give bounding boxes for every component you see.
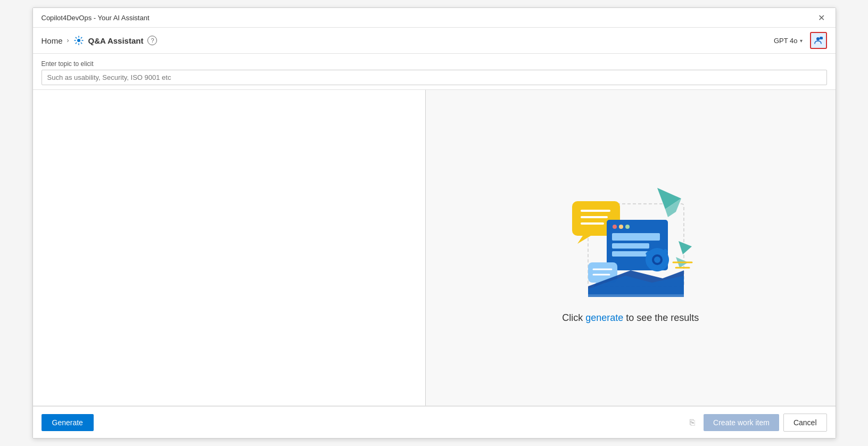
left-panel	[33, 90, 426, 406]
svg-rect-16	[612, 243, 649, 249]
topic-input[interactable]	[42, 70, 827, 85]
nav-bar: Home › Q&A Assistant ? GPT 4o ▾	[33, 28, 836, 54]
svg-point-12	[613, 225, 617, 229]
qa-assistant-icon	[73, 35, 84, 46]
generate-button[interactable]: Generate	[42, 414, 94, 431]
window-title: Copilot4DevOps - Your AI Assistant	[42, 14, 150, 22]
gpt-model-label: GPT 4o	[774, 37, 798, 45]
svg-rect-2	[820, 37, 823, 39]
home-link[interactable]: Home	[42, 36, 63, 45]
illustration	[556, 172, 705, 300]
svg-rect-21	[656, 248, 659, 252]
main-content: Click generate to see the results	[33, 90, 836, 406]
footer: Generate ⎘ Create work item Cancel	[33, 406, 836, 438]
svg-rect-15	[612, 233, 660, 241]
nav-right: GPT 4o ▾	[771, 32, 827, 49]
topic-label: Enter topic to elicit	[42, 60, 827, 68]
breadcrumb: Home › Q&A Assistant ?	[42, 35, 158, 46]
right-panel: Click generate to see the results	[426, 90, 836, 406]
svg-marker-8	[577, 236, 591, 244]
generate-text-after: to see the results	[623, 312, 699, 323]
cancel-button[interactable]: Cancel	[783, 414, 827, 432]
svg-point-0	[77, 39, 80, 42]
svg-marker-33	[679, 241, 692, 254]
generate-prompt-wrapper: Click generate to see the results	[562, 312, 699, 324]
svg-rect-23	[646, 258, 650, 261]
generate-text-before: Click	[562, 312, 585, 323]
current-page-label: Q&A Assistant	[88, 36, 144, 45]
info-icon[interactable]: ?	[147, 36, 157, 45]
svg-point-1	[816, 37, 820, 40]
gpt-model-selector[interactable]: GPT 4o ▾	[771, 36, 806, 46]
svg-rect-22	[656, 267, 659, 271]
svg-point-14	[625, 225, 630, 229]
svg-point-20	[654, 257, 660, 263]
footer-left: Generate	[42, 414, 94, 431]
breadcrumb-chevron: ›	[67, 37, 69, 44]
user-icon-button[interactable]	[810, 32, 827, 49]
close-button[interactable]: ✕	[816, 12, 827, 23]
title-bar: Copilot4DevOps - Your AI Assistant ✕	[33, 8, 836, 28]
footer-right: ⎘ Create work item Cancel	[690, 414, 826, 432]
copy-icon[interactable]: ⎘	[690, 418, 695, 427]
chevron-down-icon: ▾	[800, 38, 803, 44]
svg-rect-24	[665, 258, 669, 261]
main-window: Copilot4DevOps - Your AI Assistant ✕ Hom…	[32, 7, 836, 439]
topic-area: Enter topic to elicit	[33, 54, 836, 90]
generate-link-word: generate	[585, 312, 623, 323]
create-work-item-button[interactable]: Create work item	[704, 414, 779, 431]
svg-point-13	[619, 225, 623, 229]
